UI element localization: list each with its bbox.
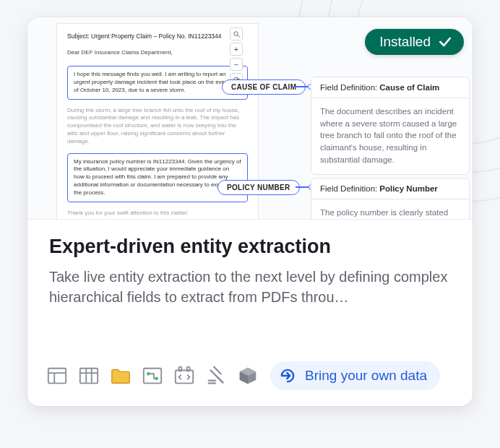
workflow-icon: [140, 363, 165, 388]
window-icon: [45, 363, 69, 388]
doc-greeting: Dear DEF Insurance Claims Department,: [67, 49, 248, 57]
card-description: Take live entity extraction to the next …: [49, 267, 451, 308]
zoom-in[interactable]: +: [230, 43, 243, 56]
card-meta: Expert-driven entity extraction Take liv…: [27, 220, 473, 308]
svg-point-11: [155, 377, 158, 381]
cube-icon: [236, 363, 260, 388]
field-def-name: Cause of Claim: [379, 83, 439, 92]
doc-highlight-policy: My insurance policy number is IN11223344…: [67, 153, 248, 202]
svg-rect-12: [176, 371, 193, 384]
field-card-cause: Field Definition:Cause of Claim The docu…: [311, 77, 470, 175]
card-title: Expert-driven entity extraction: [49, 236, 451, 258]
entity-pill-policy: POLICY NUMBER: [217, 180, 300, 195]
doc-paragraph: During the storm, a large tree branch fe…: [67, 107, 248, 146]
field-def-name: Policy Number: [379, 184, 438, 193]
app-card: Subject: Urgent Property Claim – Policy …: [27, 17, 473, 406]
svg-point-0: [233, 31, 238, 35]
entity-pill-cause: CAUSE OF CLAIM: [222, 79, 306, 95]
field-def-body: The document describes an incident where…: [311, 98, 469, 174]
svg-rect-9: [144, 369, 161, 384]
zoom-out[interactable]: −: [230, 58, 243, 71]
legal-gavel-icon: [204, 363, 228, 388]
folder-icon: [108, 363, 133, 388]
doc-thanks: Thank you for your swift attention to th…: [67, 210, 248, 217]
field-def-label: Field Definition:: [320, 83, 377, 92]
svg-line-1: [237, 35, 239, 37]
svg-rect-5: [80, 369, 98, 384]
installed-badge: Installed: [365, 29, 464, 55]
field-def-label: Field Definition:: [320, 184, 377, 193]
doc-subject: Subject: Urgent Property Claim – Policy …: [67, 33, 248, 40]
field-def-body: The policy number is clearly stated twic…: [311, 199, 469, 220]
table-icon: [77, 363, 101, 388]
capability-icon-row: Bring your own data: [45, 361, 440, 390]
code-block-icon: [172, 363, 197, 388]
field-card-policy: Field Definition:Policy Number The polic…: [311, 178, 470, 220]
search-icon: [233, 30, 241, 38]
check-icon: [438, 35, 452, 49]
svg-rect-14: [187, 367, 190, 371]
byod-label: Bring your own data: [305, 368, 427, 384]
installed-label: Installed: [379, 34, 431, 50]
doc-highlight-cause: I hope this message finds you well. I am…: [67, 66, 248, 99]
svg-rect-2: [48, 369, 66, 384]
arrow-enter-icon: [277, 366, 298, 386]
bring-your-own-data-chip[interactable]: Bring your own data: [270, 361, 440, 390]
svg-point-10: [147, 372, 150, 376]
zoom-search[interactable]: [230, 27, 243, 40]
preview-panel: Subject: Urgent Property Claim – Policy …: [27, 17, 473, 220]
svg-rect-13: [179, 367, 182, 371]
zoom-controls: + − ⟳: [230, 27, 244, 86]
